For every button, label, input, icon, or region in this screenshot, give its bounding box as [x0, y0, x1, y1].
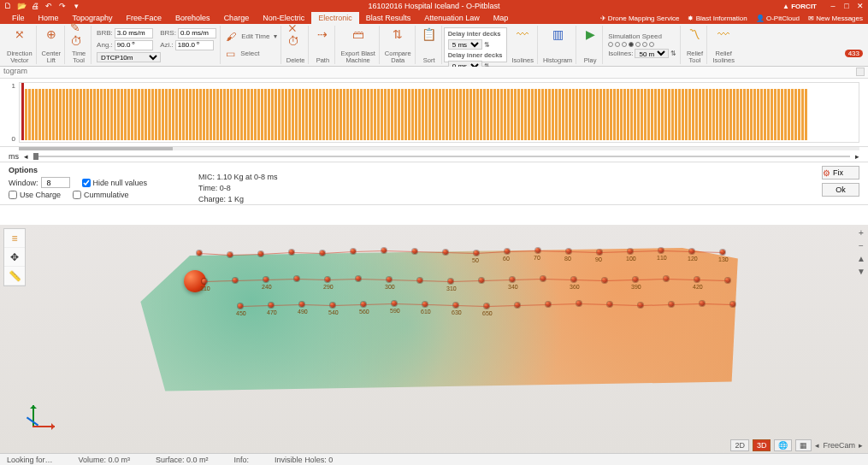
histogram-bar	[387, 89, 390, 140]
view-2d-button[interactable]: 2D	[730, 439, 749, 451]
histogram-bar	[599, 89, 602, 140]
histogram-bar	[661, 89, 664, 140]
relief-isolines-button[interactable]: 〰Relief Isolines	[709, 26, 737, 64]
sim-isolines-select[interactable]: 50 ms	[635, 49, 669, 58]
qat-print-icon[interactable]: 🖨	[31, 2, 39, 10]
direction-vector-icon: ⤧	[11, 26, 28, 43]
histogram-bar	[213, 89, 216, 140]
histogram-bar	[442, 89, 445, 140]
vt-minus-button[interactable]: −	[859, 241, 864, 250]
use-charge-checkbox[interactable]: Use Charge	[9, 191, 61, 199]
path-button[interactable]: ⇢Path	[310, 26, 335, 64]
time-slider-knob[interactable]	[33, 153, 38, 160]
histogram-button[interactable]: ▥Histogram	[540, 26, 576, 64]
histogram-bar	[56, 89, 58, 140]
viewport-3d[interactable]: ≡ ✥ 📏 + − ▲ ▼ 50607080901001101201302102…	[0, 225, 868, 453]
title-bar: 🗋 📂 🖨 ↶ ↷ ▾ 16102016 Hospital Iceland - …	[0, 0, 868, 12]
link-new-messages[interactable]: ✉ New Messages	[808, 15, 863, 22]
simulation-speed-radios[interactable]	[608, 42, 676, 47]
histogram-plot[interactable]	[19, 82, 859, 143]
qat-open-icon[interactable]: 📂	[17, 2, 26, 10]
spinner-icon[interactable]: ⇅	[670, 50, 676, 57]
tab-electronic[interactable]: Electronic	[311, 12, 359, 24]
compare-data-button[interactable]: ⇅Compare Data	[381, 26, 416, 64]
play-button[interactable]: ▶Play	[578, 26, 603, 64]
qat-new-icon[interactable]: 🗋	[3, 2, 12, 10]
histogram-bar	[162, 89, 164, 140]
histogram-bar	[459, 89, 462, 140]
vt-crosshair-icon[interactable]: ✥	[4, 248, 25, 267]
spinner-icon[interactable]: ⇅	[484, 41, 490, 49]
view-globe-button[interactable]: 🌐	[774, 439, 792, 451]
slider-step-back-button[interactable]: ◂	[24, 152, 28, 161]
ang-input[interactable]	[115, 40, 153, 50]
window-input[interactable]	[41, 177, 70, 188]
brb-input[interactable]	[115, 28, 153, 38]
view-3d-button[interactable]: 3D	[753, 439, 771, 451]
qat-undo-icon[interactable]: ↶	[44, 2, 53, 10]
hide-null-checkbox[interactable]: Hide null values	[82, 177, 148, 188]
delay-inter-select[interactable]: 5 ms	[448, 39, 482, 50]
ang-label: Ang.:	[97, 41, 113, 49]
slider-step-forward-button[interactable]: ▸	[855, 152, 859, 161]
histogram-bar	[507, 89, 510, 140]
histogram-bar	[186, 89, 188, 140]
minimize-button[interactable]: –	[829, 2, 837, 10]
view-freecam-label: FreeCam	[823, 441, 855, 450]
cummulative-checkbox[interactable]: Cummulative	[73, 191, 129, 199]
link-o-pitcloud[interactable]: 👤 O-PitCloud	[756, 15, 800, 22]
notification-badge[interactable]: 433	[845, 50, 863, 57]
time-slider-track[interactable]	[33, 156, 850, 157]
histogram-bar	[360, 89, 363, 140]
qat-redo-icon[interactable]: ↷	[58, 2, 67, 10]
vt-down-button[interactable]: ▼	[857, 267, 865, 276]
direction-vector-button[interactable]: ⤧ Direction Vector	[3, 26, 37, 64]
vt-ruler-icon[interactable]: 📏	[4, 267, 25, 285]
ok-button[interactable]: Ok	[822, 183, 859, 197]
histogram-close-button[interactable]	[856, 68, 865, 76]
tab-map[interactable]: Map	[487, 12, 516, 24]
delay-inner-label: Delay inner decks	[448, 51, 503, 59]
histogram-icon: ▥	[549, 26, 566, 43]
window-title: 16102016 Hospital Iceland - O-Pitblast	[368, 2, 499, 10]
center-lift-icon: ⊕	[43, 26, 60, 43]
fix-button[interactable]: ⚙Fix	[822, 166, 859, 180]
qat-dropdown-icon[interactable]: ▾	[72, 2, 80, 10]
vt-up-button[interactable]: ▲	[857, 254, 865, 263]
tab-attenuation-law[interactable]: Attenuation Law	[417, 12, 487, 24]
isolines-button[interactable]: 〰Isolines	[509, 26, 538, 64]
edit-time-button[interactable]: 🖌 Edit Time ▾	[226, 31, 277, 43]
view-box-button[interactable]: ▦	[795, 439, 812, 451]
mic-label: MIC: 1.10 Kg at 0-8 ms	[198, 173, 278, 181]
histogram-bar	[562, 89, 564, 140]
sort-button[interactable]: 📋Sort	[417, 26, 442, 64]
histogram-bar	[165, 89, 168, 140]
brs-input[interactable]	[178, 28, 216, 38]
time-tool-button[interactable]: ✎⏱ Time Tool	[67, 26, 92, 64]
azi-input[interactable]	[175, 40, 214, 50]
link-blast-information[interactable]: ✸ Blast Information	[688, 15, 747, 22]
detonator-select[interactable]: DTCP10m	[97, 52, 161, 62]
tab-blast-results[interactable]: Blast Results	[359, 12, 418, 24]
relief-tool-button[interactable]: 〽Relief Tool	[682, 26, 707, 64]
histogram-bar	[309, 89, 311, 140]
histogram-bar	[733, 89, 735, 140]
maximize-button[interactable]: □	[842, 2, 851, 10]
tab-home[interactable]: Home	[32, 12, 66, 24]
tab-boreholes[interactable]: Boreholes	[168, 12, 217, 24]
tab-free-face[interactable]: Free-Face	[120, 12, 169, 24]
path-icon: ⇢	[314, 26, 331, 43]
vt-plus-button[interactable]: +	[859, 228, 864, 238]
close-button[interactable]: ✕	[856, 2, 865, 10]
histogram-bar	[333, 89, 335, 140]
vt-rows-icon[interactable]: ≡	[4, 229, 25, 248]
select-button[interactable]: ▭ Select	[226, 48, 277, 60]
histogram-bar	[764, 89, 766, 140]
tab-file[interactable]: File	[5, 12, 32, 24]
tab-charge[interactable]: Charge	[217, 12, 257, 24]
link-drone-mapping[interactable]: ✈ Drone Mapping Service	[600, 15, 680, 22]
delete-button[interactable]: ⨯⏱Delete	[283, 26, 310, 64]
center-lift-button[interactable]: ⊕ Center Lift	[38, 26, 66, 64]
export-blast-machine-button[interactable]: 🗃Export Blast Machine	[337, 26, 379, 64]
histogram-bar	[589, 89, 592, 140]
